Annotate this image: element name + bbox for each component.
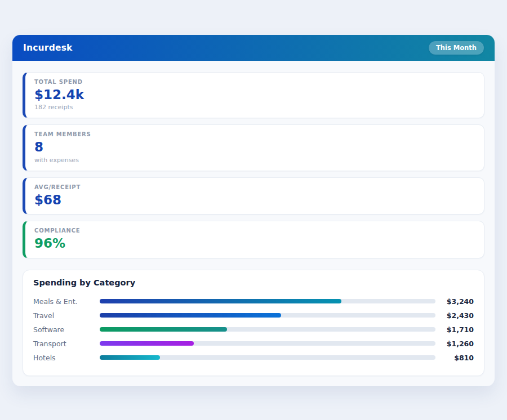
category-row-transport: Transport $1,260 bbox=[33, 337, 474, 351]
category-row-travel: Travel $2,430 bbox=[33, 309, 474, 323]
category-bar-fill bbox=[100, 299, 341, 303]
app-title: Incurdesk bbox=[23, 43, 73, 53]
stat-card-team-members: TEAM MEMBERS 8 with expenses bbox=[23, 124, 484, 171]
stat-label: TOTAL SPEND bbox=[34, 79, 475, 85]
category-label: Transport bbox=[33, 339, 100, 348]
stat-value: $12.4k bbox=[34, 87, 475, 102]
stat-subtext: 182 receipts bbox=[34, 104, 475, 111]
category-bar-fill bbox=[100, 341, 194, 346]
category-label: Software bbox=[33, 325, 100, 334]
category-value: $810 bbox=[435, 354, 474, 362]
dashboard-content: TOTAL SPEND $12.4k 182 receipts TEAM MEM… bbox=[12, 61, 495, 376]
category-bar-track bbox=[100, 341, 435, 346]
category-bar-track bbox=[100, 327, 435, 332]
category-label: Travel bbox=[33, 311, 100, 320]
app-header: Incurdesk This Month bbox=[12, 35, 495, 61]
category-value: $1,710 bbox=[435, 325, 474, 334]
stat-label: TEAM MEMBERS bbox=[34, 131, 475, 137]
category-row-meals: Meals & Ent. $3,240 bbox=[33, 294, 474, 309]
category-bar-track bbox=[100, 299, 435, 303]
stat-card-total-spend: TOTAL SPEND $12.4k 182 receipts bbox=[23, 72, 484, 118]
period-badge[interactable]: This Month bbox=[429, 41, 484, 55]
stat-subtext: with expenses bbox=[34, 157, 475, 164]
stat-value: $68 bbox=[34, 193, 475, 207]
stat-card-avg-receipt: AVG/RECEIPT $68 bbox=[23, 177, 484, 215]
category-value: $2,430 bbox=[435, 311, 474, 320]
category-row-software: Software $1,710 bbox=[33, 323, 474, 337]
chart-title: Spending by Category bbox=[33, 278, 474, 287]
stat-value: 8 bbox=[34, 140, 475, 154]
category-label: Hotels bbox=[33, 354, 100, 362]
spending-by-category-card: Spending by Category Meals & Ent. $3,240… bbox=[23, 270, 484, 376]
stat-value: 96% bbox=[34, 236, 475, 251]
category-bar-track bbox=[100, 355, 435, 360]
dashboard-panel: Incurdesk This Month TOTAL SPEND $12.4k … bbox=[12, 35, 495, 386]
category-bar-fill bbox=[100, 313, 281, 318]
category-bar-track bbox=[100, 313, 435, 318]
stat-label: AVG/RECEIPT bbox=[34, 184, 475, 190]
category-value: $1,260 bbox=[435, 339, 474, 348]
stat-label: COMPLIANCE bbox=[34, 227, 475, 234]
category-label: Meals & Ent. bbox=[33, 297, 100, 306]
stat-card-compliance: COMPLIANCE 96% bbox=[23, 221, 484, 258]
category-value: $3,240 bbox=[435, 297, 474, 306]
category-bar-fill bbox=[100, 327, 227, 332]
category-row-hotels: Hotels $810 bbox=[33, 351, 474, 365]
category-bar-fill bbox=[100, 355, 160, 360]
